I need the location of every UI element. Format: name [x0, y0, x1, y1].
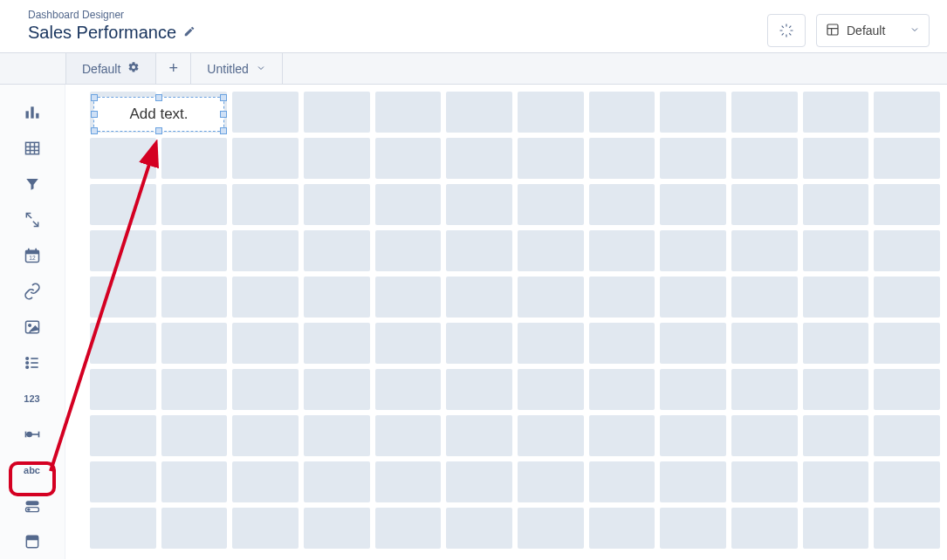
grid-cell[interactable] [874, 323, 940, 364]
grid-cell[interactable] [161, 184, 228, 225]
tab-default[interactable]: Default [65, 53, 156, 84]
grid-cell[interactable] [90, 277, 156, 318]
grid-cell[interactable] [518, 369, 584, 410]
layout-select[interactable]: Default [816, 14, 930, 47]
grid-cell[interactable] [589, 138, 655, 179]
grid-cell[interactable] [232, 138, 299, 179]
grid-cell[interactable] [874, 138, 940, 179]
grid-cell[interactable] [304, 461, 370, 502]
grid-cell[interactable] [660, 230, 726, 271]
grid-cell[interactable] [446, 138, 512, 179]
grid-cell[interactable] [874, 415, 940, 456]
grid-cell[interactable] [803, 461, 869, 502]
grid-cell[interactable] [446, 369, 512, 410]
grid-cell[interactable] [731, 184, 798, 225]
grid-cell[interactable] [161, 461, 228, 502]
grid-cell[interactable] [518, 277, 584, 318]
grid-cell[interactable] [304, 230, 370, 271]
grid-cell[interactable] [660, 369, 726, 410]
grid-cell[interactable] [446, 508, 512, 549]
resize-handle-mr[interactable] [220, 111, 227, 118]
breadcrumb[interactable]: Dashboard Designer [28, 9, 196, 21]
grid-cell[interactable] [446, 184, 512, 225]
grid-cell[interactable] [304, 277, 370, 318]
grid-cell[interactable] [90, 461, 156, 502]
grid-cell[interactable] [803, 138, 869, 179]
grid-cell[interactable] [161, 230, 228, 271]
resize-handle-tm[interactable] [155, 94, 162, 101]
canvas[interactable]: Add text. [65, 85, 947, 559]
grid-cell[interactable] [90, 184, 156, 225]
grid-cell[interactable] [803, 277, 869, 318]
grid-cell[interactable] [874, 461, 940, 502]
grid-cell[interactable] [90, 369, 156, 410]
grid-cell[interactable] [232, 369, 299, 410]
grid-cell[interactable] [90, 415, 156, 456]
grid-cell[interactable] [232, 277, 299, 318]
resize-handle-tr[interactable] [220, 94, 227, 101]
grid-cell[interactable] [731, 323, 798, 364]
sidebar-item-filter[interactable] [13, 167, 51, 202]
grid-cell[interactable] [232, 461, 299, 502]
grid-cell[interactable] [731, 508, 798, 549]
grid-cell[interactable] [803, 369, 869, 410]
grid-cell[interactable] [161, 277, 228, 318]
grid-cell[interactable] [375, 277, 442, 318]
grid-cell[interactable] [589, 323, 655, 364]
grid-cell[interactable] [375, 369, 442, 410]
grid-cell[interactable] [518, 415, 584, 456]
grid-cell[interactable] [232, 508, 299, 549]
grid-cell[interactable] [232, 415, 299, 456]
grid-cell[interactable] [660, 277, 726, 318]
grid-cell[interactable] [375, 184, 442, 225]
tab-untitled[interactable]: Untitled [191, 53, 282, 84]
sidebar-item-table[interactable] [13, 131, 51, 167]
grid-cell[interactable] [375, 415, 442, 456]
grid-cell[interactable] [232, 184, 299, 225]
grid-cell[interactable] [304, 323, 370, 364]
grid-cell[interactable] [518, 461, 584, 502]
grid-cell[interactable] [731, 415, 798, 456]
grid-cell[interactable] [660, 415, 726, 456]
sidebar-item-global-filter[interactable] [13, 202, 51, 238]
grid-cell[interactable] [90, 138, 156, 179]
grid-cell[interactable] [161, 323, 228, 364]
grid-cell[interactable] [874, 508, 940, 549]
add-page-button[interactable]: + [156, 53, 191, 84]
grid-cell[interactable] [518, 92, 584, 133]
grid-cell[interactable] [375, 508, 442, 549]
grid-cell[interactable] [874, 230, 940, 271]
grid-cell[interactable] [874, 369, 940, 410]
chevron-down-icon[interactable] [256, 62, 266, 76]
grid-cell[interactable] [731, 277, 798, 318]
sidebar-item-number[interactable]: 123 [13, 380, 51, 416]
grid-cell[interactable] [803, 415, 869, 456]
resize-handle-ml[interactable] [91, 111, 98, 118]
grid-cell[interactable] [375, 230, 442, 271]
grid-cell[interactable] [660, 508, 726, 549]
grid-cell[interactable] [304, 369, 370, 410]
resize-handle-bm[interactable] [155, 127, 162, 134]
grid-cell[interactable] [232, 323, 299, 364]
grid-cell[interactable] [731, 138, 798, 179]
grid-cell[interactable] [304, 415, 370, 456]
sidebar-item-image[interactable] [13, 310, 51, 345]
grid-cell[interactable] [161, 508, 228, 549]
grid-cell[interactable] [660, 323, 726, 364]
sidebar-item-toggle[interactable] [13, 488, 51, 523]
resize-handle-br[interactable] [220, 127, 227, 134]
grid-cell[interactable] [589, 92, 655, 133]
grid-cell[interactable] [304, 138, 370, 179]
edit-title-icon[interactable] [183, 25, 196, 40]
grid-cell[interactable] [232, 230, 299, 271]
grid-cell[interactable] [731, 230, 798, 271]
sidebar-item-date[interactable]: 12 [13, 238, 51, 274]
grid-cell[interactable] [161, 415, 228, 456]
grid-cell[interactable] [589, 369, 655, 410]
sparkle-button[interactable] [767, 14, 806, 47]
grid-cell[interactable] [375, 138, 442, 179]
sidebar-item-container[interactable] [13, 523, 51, 559]
grid-cell[interactable] [304, 92, 370, 133]
grid-cell[interactable] [90, 508, 156, 549]
grid-cell[interactable] [731, 369, 798, 410]
